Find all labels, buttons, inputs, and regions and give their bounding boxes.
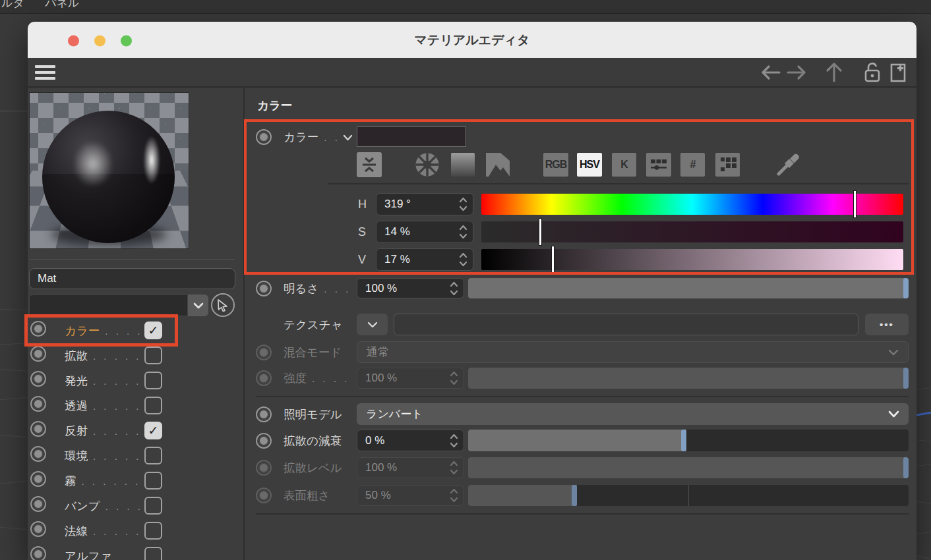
menu-item-filter[interactable]: ルタ [1, 0, 24, 11]
back-arrow-icon[interactable] [760, 62, 782, 83]
value-gradient-slider[interactable] [481, 249, 903, 270]
titlebar[interactable]: マテリアルエディタ [28, 22, 916, 58]
blend-mode-row: 混合モード 通常 [245, 341, 916, 363]
value-label: V [358, 253, 366, 267]
color-wheel-icon[interactable] [415, 152, 440, 177]
value-marker[interactable] [551, 246, 555, 273]
blend-mode-label: 混合モード [284, 345, 342, 360]
channel-checkbox[interactable] [144, 372, 162, 389]
channel-checkbox[interactable] [144, 497, 162, 515]
lighting-model-label: 照明モデル [284, 406, 342, 422]
channel-row-luminance[interactable]: 発光. . . . . [28, 368, 243, 393]
mixer-sliders-icon[interactable] [646, 153, 671, 177]
lighting-model-row: 照明モデル ランバート [245, 403, 916, 425]
channel-row-reflectance[interactable]: 反射. . . . . ✓ [28, 418, 243, 443]
channel-checkbox[interactable]: ✓ [144, 322, 162, 339]
gradient-spectrum-icon[interactable] [451, 152, 475, 177]
channel-row-alpha[interactable]: アルファ [28, 544, 243, 560]
texture-browse-button[interactable]: ••• [865, 314, 909, 335]
channel-checkbox[interactable] [144, 347, 162, 364]
image-picker-icon[interactable] [486, 152, 510, 177]
channel-checkbox[interactable] [144, 547, 162, 560]
channel-checkbox[interactable]: ✓ [144, 422, 162, 439]
lock-icon[interactable] [861, 62, 884, 83]
mode-button-hsv[interactable]: HSV [577, 153, 602, 177]
swatches-grid-icon[interactable] [715, 153, 740, 177]
channel-checkbox[interactable] [144, 522, 162, 540]
value-stepper[interactable]: 17 % [376, 248, 473, 271]
color-swatch[interactable] [357, 126, 466, 147]
roughness-row: 表面粗さ 50 % [245, 485, 916, 506]
channel-state-icon [30, 496, 46, 512]
up-arrow-icon[interactable] [823, 62, 845, 83]
channel-state-icon [30, 421, 46, 437]
diffuse-falloff-slider[interactable] [468, 430, 909, 451]
channel-checkbox[interactable] [144, 472, 162, 490]
channel-state-icon [30, 446, 46, 462]
preview-sphere [42, 111, 175, 243]
channel-state-icon [30, 546, 46, 560]
channel-row-color[interactable]: カラー. . . . ✓ [28, 318, 243, 343]
value-row: V 17 % [245, 248, 916, 271]
channel-checkbox[interactable] [144, 397, 162, 414]
strength-stepper: 100 % [357, 368, 464, 389]
hue-stepper[interactable]: 319 ° [376, 193, 473, 215]
new-window-icon[interactable] [887, 62, 909, 83]
saturation-row: S 14 % [245, 221, 916, 243]
channel-label: 霧 [65, 474, 76, 488]
saturation-stepper[interactable]: 14 % [376, 221, 473, 243]
animation-dot-icon[interactable] [256, 406, 272, 422]
hue-gradient-slider[interactable] [481, 194, 903, 215]
color-tools-row: RGB HSV K # [245, 150, 916, 179]
window-title: マテリアルエディタ [28, 32, 916, 49]
animation-dot-icon[interactable] [256, 281, 272, 296]
material-preview[interactable] [29, 92, 189, 249]
eyedropper-icon[interactable] [775, 152, 801, 177]
diffuse-level-stepper: 100 % [357, 457, 464, 478]
diffuse-level-slider [468, 457, 909, 478]
diffuse-falloff-row: 拡散の減衰 0 % [245, 430, 916, 451]
channel-row-fog[interactable]: 霧. . . . . . [28, 468, 243, 493]
hex-mode-icon[interactable]: # [680, 153, 705, 177]
animation-dot-icon [256, 460, 272, 476]
channel-state-icon [30, 396, 46, 412]
material-preset-field[interactable] [29, 294, 188, 316]
channel-checkbox[interactable] [144, 447, 162, 464]
texture-path-field[interactable] [394, 314, 858, 335]
editor-toolbar [28, 58, 916, 88]
divider [256, 396, 909, 397]
compact-mode-icon[interactable] [357, 152, 382, 177]
animation-dot-icon [256, 370, 272, 386]
brightness-stepper[interactable]: 100 % [357, 278, 464, 298]
channel-label: 拡散 [65, 349, 88, 362]
animation-dot-icon[interactable] [256, 433, 272, 449]
diffuse-level-label: 拡散レベル [284, 460, 342, 476]
channel-row-environment[interactable]: 環境. . . . . [28, 443, 243, 468]
hamburger-menu-icon[interactable] [35, 65, 55, 80]
color-label: カラー [284, 130, 318, 144]
brightness-slider[interactable] [468, 278, 909, 298]
channel-label: カラー [65, 324, 100, 337]
mode-button-kelvin[interactable]: K [612, 153, 636, 177]
animation-dot-icon [256, 488, 272, 503]
hue-marker[interactable] [853, 190, 856, 218]
lighting-model-dropdown[interactable]: ランバート [357, 403, 909, 425]
material-name-field[interactable]: Mat [29, 268, 235, 289]
collapse-chevron-icon[interactable] [343, 132, 353, 144]
channel-row-transparency[interactable]: 透過. . . . . [28, 393, 243, 418]
saturation-marker[interactable] [539, 218, 542, 246]
channel-row-bump[interactable]: バンプ. . . . [28, 493, 243, 518]
forward-arrow-icon[interactable] [785, 62, 808, 83]
saturation-gradient-slider[interactable] [481, 221, 903, 242]
channel-row-normal[interactable]: 法線. . . . . [28, 518, 243, 544]
channel-row-diffusion[interactable]: 拡散. . . . . [28, 343, 243, 368]
preset-dropdown-button[interactable] [188, 294, 208, 316]
channel-state-icon [30, 521, 46, 537]
animation-dot-icon[interactable] [256, 129, 272, 145]
texture-dropdown-button[interactable] [357, 314, 388, 335]
diffuse-falloff-stepper[interactable]: 0 % [357, 430, 464, 451]
mode-button-rgb[interactable]: RGB [543, 153, 568, 177]
diffuse-level-row: 拡散レベル 100 % [245, 457, 916, 478]
menu-item-panel[interactable]: パネル [45, 0, 79, 11]
pick-material-button[interactable] [211, 293, 235, 317]
